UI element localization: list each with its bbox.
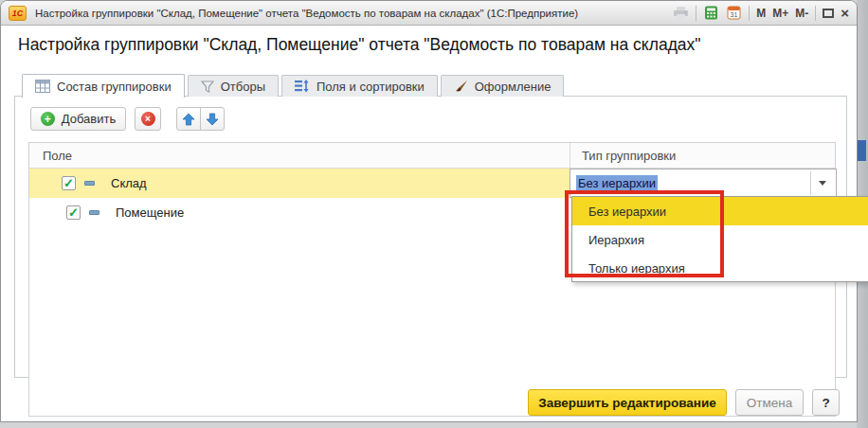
field-name: Склад <box>111 176 147 190</box>
tab-fields-sorting[interactable]: Поля и сортировки <box>281 75 438 97</box>
grouping-type-dropdown-list: Без иерархии Иерархия Только иерархия <box>571 196 868 282</box>
table-header: Поле Тип группировки <box>29 143 835 169</box>
plus-icon: + <box>41 112 55 126</box>
separator <box>749 6 750 21</box>
sort-fields-icon <box>295 80 310 93</box>
move-up-button[interactable] <box>176 107 201 131</box>
tab-label: Отборы <box>221 80 265 94</box>
arrow-down-icon <box>206 113 219 126</box>
tab-label: Поля и сортировки <box>316 80 425 94</box>
printer-icon[interactable] <box>673 6 689 20</box>
combobox-selected-text: Без иерархии <box>576 175 658 191</box>
memory-button[interactable]: M <box>756 8 766 19</box>
calculator-icon[interactable] <box>703 6 719 20</box>
close-icon[interactable]: × <box>841 6 849 20</box>
title-bar: 1С Настройка группировки "Склад, Помещен… <box>1 1 857 26</box>
cancel-button[interactable]: Отмена <box>735 389 804 416</box>
table-icon <box>35 80 50 93</box>
field-name: Помещение <box>116 205 184 220</box>
dropdown-option-hierarchy[interactable]: Иерархия <box>572 225 868 254</box>
page-title: Настройка группировки "Склад, Помещение"… <box>18 35 701 55</box>
delete-icon: × <box>141 112 155 126</box>
delete-button[interactable]: × <box>135 107 161 131</box>
field-item-icon <box>84 181 95 186</box>
add-button[interactable]: + Добавить <box>30 107 126 131</box>
memory-minus-button[interactable]: M- <box>795 8 808 19</box>
tab-bar: Состав группировки Отборы Поля и сортиро… <box>22 74 564 97</box>
move-down-button[interactable] <box>200 107 225 131</box>
background-blue-fragment <box>858 140 866 161</box>
calendar-day: 31 <box>731 11 738 18</box>
help-button[interactable]: ? <box>812 389 840 416</box>
calendar-icon[interactable]: 31 <box>726 6 742 20</box>
dropdown-option-only-hierarchy[interactable]: Только иерархия <box>572 254 868 282</box>
add-button-label: Добавить <box>62 112 116 126</box>
window-title: Настройка группировки "Склад, Помещение"… <box>35 8 578 19</box>
memory-plus-button[interactable]: M+ <box>772 8 788 19</box>
titlebar-buttons: 31 M M+ M- × <box>673 6 849 21</box>
field-item-icon <box>89 210 99 215</box>
chevron-down-icon <box>819 181 826 186</box>
1c-logo-icon: 1С <box>9 6 27 21</box>
column-header-grouping-type[interactable]: Тип группировки <box>570 143 835 168</box>
tab-label: Оформление <box>475 80 552 94</box>
dropdown-option-no-hierarchy[interactable]: Без иерархии <box>572 197 868 225</box>
brush-icon <box>454 80 468 93</box>
finish-editing-button[interactable]: Завершить редактирование <box>528 389 727 416</box>
tab-grouping-content[interactable]: Состав группировки <box>22 74 185 98</box>
grouping-type-combobox[interactable]: Без иерархии <box>570 169 837 198</box>
column-header-field[interactable]: Поле <box>29 143 570 168</box>
tab-filters[interactable]: Отборы <box>188 75 279 97</box>
separator <box>815 6 816 21</box>
combobox-dropdown-button[interactable] <box>810 171 834 195</box>
tab-appearance[interactable]: Оформление <box>441 75 565 97</box>
separator <box>696 6 696 21</box>
maximize-icon[interactable] <box>823 9 834 18</box>
funnel-icon <box>201 80 214 93</box>
tab-label: Состав группировки <box>57 80 172 94</box>
row-checkbox[interactable]: ✓ <box>62 176 76 190</box>
screen: 1С Настройка группировки "Склад, Помещен… <box>0 0 868 428</box>
row-checkbox[interactable]: ✓ <box>66 205 81 220</box>
arrow-up-icon <box>182 113 195 126</box>
